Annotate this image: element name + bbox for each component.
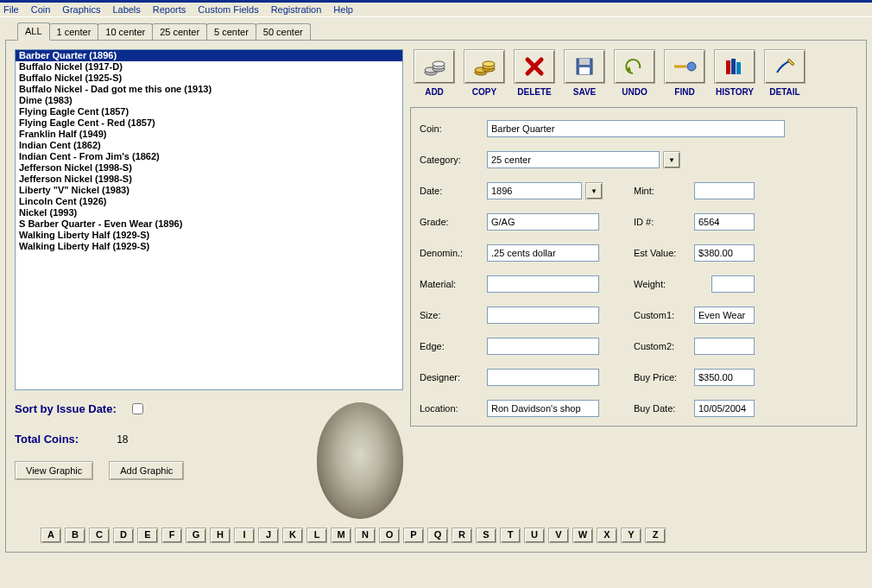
add-graphic-button[interactable]: Add Graphic	[109, 461, 184, 480]
delete-button[interactable]: DELETE	[512, 49, 557, 97]
alpha-c-button[interactable]: C	[89, 528, 110, 543]
est-field[interactable]	[694, 244, 755, 262]
alpha-h-button[interactable]: H	[210, 528, 231, 543]
grade-field[interactable]	[487, 213, 599, 231]
tab-25-center[interactable]: 25 center	[152, 23, 207, 40]
list-item[interactable]: Buffalo Nickel (1925-S)	[16, 73, 402, 84]
alpha-q-button[interactable]: Q	[427, 528, 448, 543]
mint-field[interactable]	[694, 182, 755, 199]
tab-all[interactable]: ALL	[17, 22, 50, 41]
alpha-e-button[interactable]: E	[137, 528, 158, 543]
buydate-label: Buy Date:	[634, 403, 694, 414]
tab-1-center[interactable]: 1 center	[49, 23, 99, 40]
alpha-y-button[interactable]: Y	[621, 528, 641, 543]
alpha-a-button[interactable]: A	[41, 528, 61, 543]
save-button[interactable]: SAVE	[562, 49, 607, 97]
list-item[interactable]: Franklin Half (1949)	[16, 129, 402, 140]
detail-button[interactable]: DETAIL	[762, 49, 807, 97]
coin-list[interactable]: Barber Quarter (1896)Buffalo Nickel (191…	[15, 49, 403, 390]
alpha-d-button[interactable]: D	[113, 528, 134, 543]
alpha-p-button[interactable]: P	[403, 528, 424, 543]
alpha-i-button[interactable]: I	[234, 528, 255, 543]
menu-coin[interactable]: Coin	[31, 4, 51, 15]
list-item[interactable]: Indian Cent (1862)	[16, 140, 402, 151]
location-field[interactable]	[487, 400, 599, 417]
alpha-x-button[interactable]: X	[597, 528, 617, 543]
coin-field[interactable]	[487, 120, 785, 137]
weight-field[interactable]	[711, 275, 755, 293]
copy-button[interactable]: COPY	[462, 49, 507, 97]
buyprice-field[interactable]	[694, 369, 755, 386]
coin-label: Coin:	[420, 123, 487, 134]
alpha-w-button[interactable]: W	[572, 528, 593, 543]
edge-field[interactable]	[487, 338, 599, 355]
alpha-f-button[interactable]: F	[161, 528, 182, 543]
list-item[interactable]: Flying Eagle Cent - Red (1857)	[16, 117, 402, 129]
alpha-t-button[interactable]: T	[500, 528, 521, 543]
material-label: Material:	[420, 279, 487, 289]
form-panel: Coin: Category: ▼ Date:	[410, 107, 857, 427]
buydate-field[interactable]	[694, 400, 755, 417]
sort-checkbox[interactable]	[132, 403, 143, 414]
menubar: FileCoinGraphicsLabelsReportsCustom Fiel…	[0, 0, 872, 17]
alpha-u-button[interactable]: U	[524, 528, 545, 543]
undo-icon	[614, 49, 655, 84]
alpha-o-button[interactable]: O	[379, 528, 400, 543]
view-graphic-button[interactable]: View Graphic	[15, 461, 93, 480]
date-dropdown-button[interactable]: ▼	[585, 182, 603, 199]
main-panel: Barber Quarter (1896)Buffalo Nickel (191…	[5, 40, 867, 553]
designer-label: Designer:	[420, 372, 487, 383]
menu-reports[interactable]: Reports	[153, 4, 186, 15]
menu-graphics[interactable]: Graphics	[62, 4, 100, 15]
list-item[interactable]: Jefferson Nickel (1998-S)	[16, 162, 402, 174]
alpha-l-button[interactable]: L	[306, 528, 327, 543]
custom1-field[interactable]	[694, 307, 755, 324]
list-item[interactable]: Lincoln Cent (1926)	[16, 196, 402, 207]
alpha-j-button[interactable]: J	[258, 528, 279, 543]
category-dropdown-button[interactable]: ▼	[663, 151, 680, 168]
alpha-n-button[interactable]: N	[355, 528, 376, 543]
custom2-field[interactable]	[694, 338, 755, 355]
list-item[interactable]: S Barber Quarter - Even Wear (1896)	[16, 218, 402, 230]
alpha-r-button[interactable]: R	[452, 528, 472, 543]
list-item[interactable]: Walking Liberty Half (1929-S)	[16, 241, 402, 252]
menu-registration[interactable]: Registration	[271, 4, 322, 15]
svg-point-13	[687, 62, 696, 71]
alpha-v-button[interactable]: V	[548, 528, 569, 543]
date-field[interactable]	[487, 182, 582, 199]
material-field[interactable]	[487, 275, 599, 293]
tab-10-center[interactable]: 10 center	[98, 23, 153, 40]
id-field[interactable]	[694, 213, 755, 231]
find-button[interactable]: FIND	[662, 49, 707, 97]
list-item[interactable]: Nickel (1993)	[16, 207, 402, 218]
list-item[interactable]: Liberty "V" Nickel (1983)	[16, 185, 402, 196]
undo-button[interactable]: UNDO	[612, 49, 657, 97]
alpha-g-button[interactable]: G	[186, 528, 206, 543]
alpha-s-button[interactable]: S	[476, 528, 496, 543]
designer-field[interactable]	[487, 369, 599, 386]
tab-5-center[interactable]: 5 center	[206, 23, 256, 40]
alpha-b-button[interactable]: B	[65, 528, 85, 543]
menu-labels[interactable]: Labels	[112, 4, 140, 15]
category-field[interactable]	[487, 151, 660, 168]
list-item[interactable]: Walking Liberty Half (1929-S)	[16, 230, 402, 241]
add-button[interactable]: ADD	[412, 49, 457, 97]
list-item[interactable]: Indian Cent - From Jim's (1862)	[16, 151, 402, 162]
list-item[interactable]: Flying Eagle Cent (1857)	[16, 106, 402, 117]
alpha-m-button[interactable]: M	[331, 528, 351, 543]
list-item[interactable]: Buffalo Nickel - Dad got me this one (19…	[16, 84, 402, 95]
alpha-z-button[interactable]: Z	[645, 528, 666, 543]
list-item[interactable]: Buffalo Nickel (1917-D)	[16, 61, 402, 73]
tab-50-center[interactable]: 50 center	[256, 23, 311, 40]
menu-file[interactable]: File	[3, 4, 19, 15]
list-item[interactable]: Jefferson Nickel (1998-S)	[16, 174, 402, 185]
list-item[interactable]: Dime (1983)	[16, 95, 402, 106]
history-button[interactable]: HISTORY	[712, 49, 757, 97]
size-field[interactable]	[487, 307, 599, 324]
denom-field[interactable]	[487, 244, 599, 262]
alpha-k-button[interactable]: K	[282, 528, 303, 543]
menu-custom-fields[interactable]: Custom Fields	[198, 4, 258, 15]
list-item[interactable]: Barber Quarter (1896)	[16, 50, 402, 61]
weight-label: Weight:	[634, 279, 694, 289]
menu-help[interactable]: Help	[333, 4, 353, 15]
